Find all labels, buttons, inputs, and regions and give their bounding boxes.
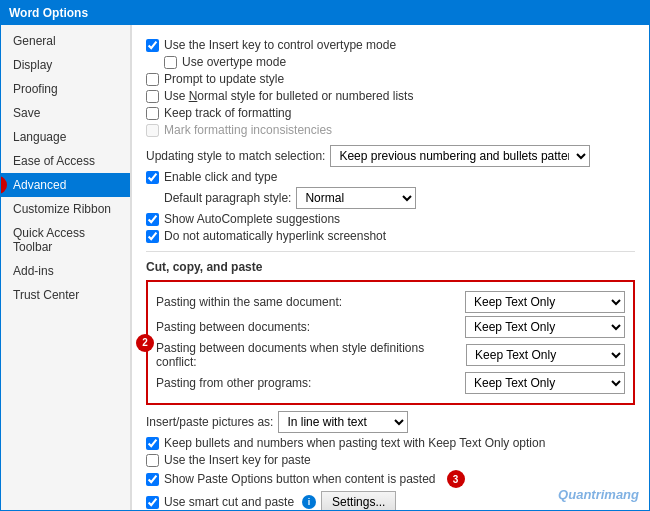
pasting-between-docs-label: Pasting between documents: [156, 320, 310, 334]
use-overtype-row: Use overtype mode [164, 55, 635, 69]
badge-2: 2 [136, 334, 154, 352]
use-insert-key-paste-checkbox[interactable] [146, 454, 159, 467]
insert-paste-label: Insert/paste pictures as: [146, 415, 273, 429]
enable-click-type-row: Enable click and type [146, 170, 635, 184]
enable-click-type-checkbox[interactable] [146, 171, 159, 184]
sidebar-item-advanced[interactable]: 1 Advanced [1, 173, 130, 197]
sidebar-item-addins[interactable]: Add-ins [1, 259, 130, 283]
badge-3: 3 [447, 470, 465, 488]
use-insert-key-paste-row: Use the Insert key for paste [146, 453, 635, 467]
enable-click-type-label: Enable click and type [164, 170, 277, 184]
use-overtype-checkbox[interactable] [164, 56, 177, 69]
keep-bullets-label: Keep bullets and numbers when pasting te… [164, 436, 545, 450]
badge-1: 1 [1, 176, 7, 194]
divider-1 [146, 251, 635, 252]
show-autocomplete-row: Show AutoComplete suggestions [146, 212, 635, 226]
sidebar: General Display Proofing Save Language E… [1, 25, 131, 510]
sidebar-item-customize-ribbon[interactable]: Customize Ribbon [1, 197, 130, 221]
pasting-same-doc-label: Pasting within the same document: [156, 295, 342, 309]
info-icon: i [302, 495, 316, 509]
show-paste-options-label: Show Paste Options button when content i… [164, 472, 436, 486]
sidebar-item-display[interactable]: Display [1, 53, 130, 77]
sidebar-item-save[interactable]: Save [1, 101, 130, 125]
pasting-other-programs-row: Pasting from other programs: Keep Text O… [156, 372, 625, 394]
pasting-between-docs-row: Pasting between documents: Keep Text Onl… [156, 316, 625, 338]
pasting-style-conflict-dropdown[interactable]: Keep Text Only [466, 344, 625, 366]
top-section: Use the Insert key to control overtype m… [146, 38, 635, 137]
pasting-same-doc-row: Pasting within the same document: Keep T… [156, 291, 625, 313]
mark-formatting-row: Mark formatting inconsistencies [146, 123, 635, 137]
cut-copy-paste-section: Cut, copy, and paste 2 Pasting within th… [146, 260, 635, 510]
use-insert-key-checkbox[interactable] [146, 39, 159, 52]
updating-style-dropdown[interactable]: Keep previous numbering and bullets patt… [330, 145, 590, 167]
mark-formatting-checkbox [146, 124, 159, 137]
keep-track-label: Keep track of formatting [164, 106, 291, 120]
cut-copy-title: Cut, copy, and paste [146, 260, 635, 274]
keep-bullets-checkbox[interactable] [146, 437, 159, 450]
title-bar: Word Options [1, 1, 649, 25]
default-paragraph-dropdown[interactable]: Normal [296, 187, 416, 209]
keep-bullets-row: Keep bullets and numbers when pasting te… [146, 436, 635, 450]
mark-formatting-label: Mark formatting inconsistencies [164, 123, 332, 137]
pasting-style-conflict-label: Pasting between documents when style def… [156, 341, 466, 369]
pasting-same-doc-dropdown[interactable]: Keep Text Only [465, 291, 625, 313]
pasting-other-programs-label: Pasting from other programs: [156, 376, 311, 390]
sidebar-item-proofing[interactable]: Proofing [1, 77, 130, 101]
smart-cut-paste-label: Use smart cut and paste [164, 495, 294, 509]
cut-copy-box: 2 Pasting within the same document: Keep… [146, 280, 635, 405]
sidebar-item-ease-of-access[interactable]: Ease of Access [1, 149, 130, 173]
sidebar-item-quick-access[interactable]: Quick Access Toolbar [1, 221, 130, 259]
use-normal-style-row: Use Normal style for bulleted or numbere… [146, 89, 635, 103]
keep-track-checkbox[interactable] [146, 107, 159, 120]
word-options-window: Word Options General Display Proofing Sa… [0, 0, 650, 511]
window-title: Word Options [9, 6, 88, 20]
default-paragraph-row: Default paragraph style: Normal [164, 187, 635, 209]
pasting-other-programs-dropdown[interactable]: Keep Text Only [465, 372, 625, 394]
watermark: Quantrimang [558, 487, 639, 502]
show-paste-options-row: Show Paste Options button when content i… [146, 470, 635, 488]
do-not-hyperlink-checkbox[interactable] [146, 230, 159, 243]
show-autocomplete-checkbox[interactable] [146, 213, 159, 226]
use-overtype-label: Use overtype mode [182, 55, 286, 69]
insert-paste-dropdown[interactable]: In line with text [278, 411, 408, 433]
updating-style-row: Updating style to match selection: Keep … [146, 145, 635, 167]
use-normal-style-checkbox[interactable] [146, 90, 159, 103]
content-area: General Display Proofing Save Language E… [1, 25, 649, 510]
pasting-style-conflict-row: Pasting between documents when style def… [156, 341, 625, 369]
show-paste-options-checkbox[interactable] [146, 473, 159, 486]
prompt-update-style-label: Prompt to update style [164, 72, 284, 86]
default-paragraph-label: Default paragraph style: [164, 191, 291, 205]
sidebar-item-language[interactable]: Language [1, 125, 130, 149]
prompt-update-style-row: Prompt to update style [146, 72, 635, 86]
do-not-hyperlink-label: Do not automatically hyperlink screensho… [164, 229, 386, 243]
show-autocomplete-label: Show AutoComplete suggestions [164, 212, 340, 226]
prompt-update-style-checkbox[interactable] [146, 73, 159, 86]
use-insert-key-label: Use the Insert key to control overtype m… [164, 38, 396, 52]
sidebar-item-trust-center[interactable]: Trust Center [1, 283, 130, 307]
keep-track-row: Keep track of formatting [146, 106, 635, 120]
updating-style-label: Updating style to match selection: [146, 149, 325, 163]
sidebar-item-general[interactable]: General [1, 29, 130, 53]
settings-button[interactable]: Settings... [321, 491, 396, 510]
use-normal-style-label: Use Normal style for bulleted or numbere… [164, 89, 413, 103]
pasting-between-docs-dropdown[interactable]: Keep Text Only [465, 316, 625, 338]
use-insert-key-paste-label: Use the Insert key for paste [164, 453, 311, 467]
smart-cut-paste-checkbox[interactable] [146, 496, 159, 509]
insert-paste-row: Insert/paste pictures as: In line with t… [146, 411, 635, 433]
use-insert-key-row: Use the Insert key to control overtype m… [146, 38, 635, 52]
main-content: Use the Insert key to control overtype m… [131, 25, 649, 510]
do-not-hyperlink-row: Do not automatically hyperlink screensho… [146, 229, 635, 243]
